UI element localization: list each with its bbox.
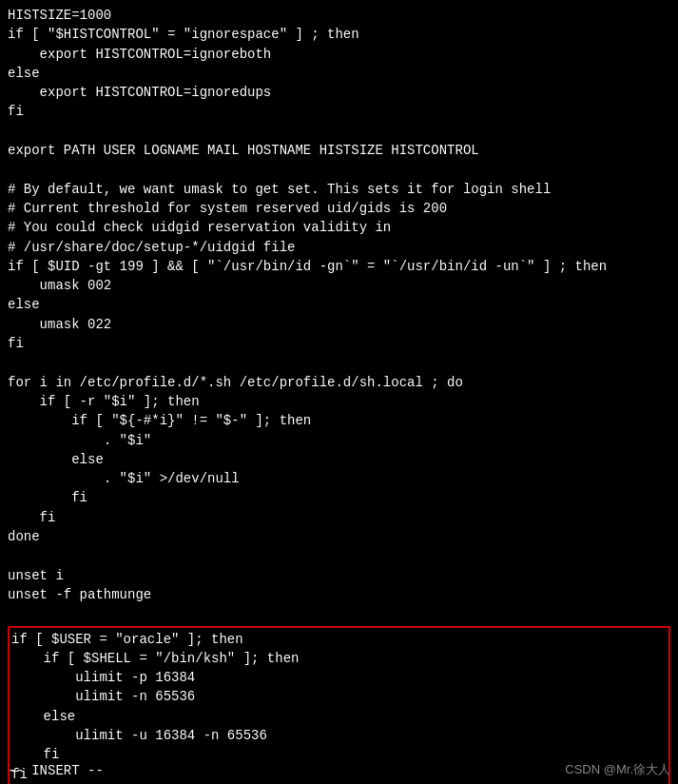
highlighted-line: else [10,707,668,726]
highlighted-line: ulimit -u 16384 -n 65536 [10,726,668,745]
watermark: CSDN @Mr.徐大人 [565,761,670,778]
code-line [8,604,670,623]
code-line: fi [8,334,670,353]
code-line: # By default, we want umask to get set. … [8,180,670,199]
code-line: fi [8,488,670,507]
code-line: . "$i" >/dev/null [8,469,670,488]
code-line: if [ "${-#*i}" != "$-" ]; then [8,411,670,430]
code-line [8,160,670,179]
code-line: umask 002 [8,276,670,295]
code-line: else [8,64,670,83]
code-line: else [8,450,670,469]
code-line [8,546,670,565]
code-line: export HISTCONTROL=ignoredups [8,83,670,102]
code-line: export HISTCONTROL=ignoreboth [8,45,670,64]
code-line: done [8,527,670,546]
code-line: else [8,295,670,314]
insert-mode-indicator: -- INSERT -- [8,763,104,778]
code-line: # /usr/share/doc/setup-*/uidgid file [8,238,670,257]
code-line: for i in /etc/profile.d/*.sh /etc/profil… [8,373,670,392]
highlighted-line: if [ $USER = "oracle" ]; then [10,630,668,649]
highlighted-line: ulimit -p 16384 [10,668,668,687]
watermark-text: CSDN @Mr.徐大人 [565,762,670,776]
code-line: . "$i" [8,431,670,450]
insert-mode-text: -- INSERT -- [8,763,104,778]
code-line: # You could check uidgid reservation val… [8,218,670,237]
code-line: unset -f pathmunge [8,585,670,604]
code-line: umask 022 [8,315,670,334]
code-line: if [ $UID -gt 199 ] && [ "`/usr/bin/id -… [8,257,670,276]
editor-area: HISTSIZE=1000 if [ "$HISTCONTROL" = "ign… [0,0,678,784]
code-line: unset i [8,566,670,585]
code-line: export PATH USER LOGNAME MAIL HOSTNAME H… [8,141,670,160]
code-line: fi [8,508,670,527]
code-line: if [ -r "$i" ]; then [8,392,670,411]
code-line: HISTSIZE=1000 [8,6,670,25]
code-line [8,122,670,141]
code-line [8,353,670,372]
highlighted-line: if [ $SHELL = "/bin/ksh" ]; then [10,649,668,668]
code-line: fi [8,102,670,121]
code-line: if [ "$HISTCONTROL" = "ignorespace" ] ; … [8,25,670,44]
highlighted-line: ulimit -n 65536 [10,687,668,706]
code-line: # Current threshold for system reserved … [8,199,670,218]
